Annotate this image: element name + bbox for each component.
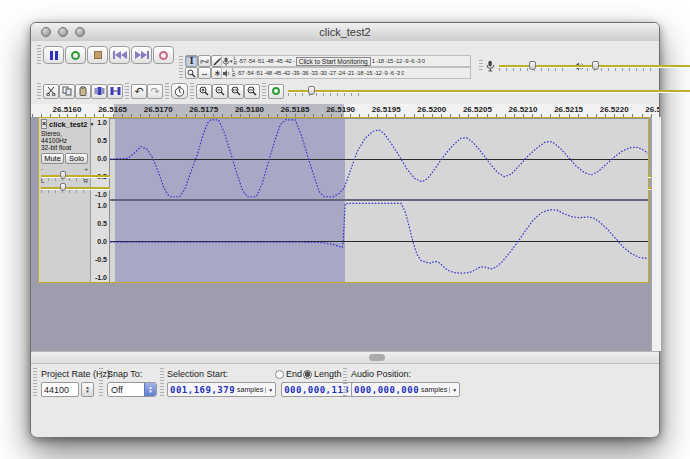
input-volume-slider[interactable] <box>499 61 569 71</box>
toolbar-grip[interactable] <box>37 83 41 99</box>
timeline-label: 26.5185 <box>275 105 315 114</box>
length-radio[interactable]: Length <box>303 369 342 379</box>
zoom-tool-button[interactable] <box>185 67 198 79</box>
output-volume-slider[interactable] <box>587 61 657 71</box>
skip-to-end-button[interactable] <box>131 46 152 64</box>
pan-thumb[interactable] <box>60 183 66 191</box>
project-rate-stepper[interactable]: ▲▼ <box>81 382 94 397</box>
chevron-down-icon[interactable]: ▼ <box>265 387 273 393</box>
toolbar-grip[interactable] <box>343 368 347 398</box>
track-info-line2: 32-bit float <box>41 144 88 151</box>
play-at-speed-button[interactable] <box>268 84 284 99</box>
vruler-value: 0.0 <box>97 155 107 162</box>
toolbar-grip[interactable] <box>99 368 103 398</box>
end-radio[interactable]: End <box>275 369 302 379</box>
horizontal-scrollbar-thumb[interactable] <box>369 354 385 361</box>
timeline-label: 26.5160 <box>47 105 87 114</box>
track-info-line1: Stereo, 44100Hz <box>41 130 88 144</box>
toolbar-grip[interactable] <box>479 60 483 72</box>
record-button[interactable] <box>153 46 174 64</box>
vertical-scrollbar[interactable] <box>651 117 661 351</box>
solo-button[interactable]: Solo <box>65 153 88 164</box>
vruler-value: -1.0 <box>95 274 107 281</box>
trim-audio-button[interactable] <box>91 84 107 99</box>
selection-start-field[interactable]: 001,169,379 samples ▼ <box>167 382 276 397</box>
record-meter[interactable]: ▾ LR -57 -54 -51 -48 -45 -42 - Click to … <box>221 55 471 67</box>
pan-slider[interactable]: LR <box>41 179 88 188</box>
play-meter[interactable]: LR -57 -54 -51 -48 -45 -42 -39 -36 -33 -… <box>221 67 471 79</box>
fit-selection-icon <box>231 86 241 96</box>
toolbar-grip[interactable] <box>160 368 164 398</box>
channel-right[interactable] <box>110 201 648 282</box>
project-rate-input[interactable]: 44100 <box>41 382 79 397</box>
output-volume-thumb[interactable] <box>592 61 599 70</box>
title-bar[interactable]: click_test2 <box>31 23 659 42</box>
chevron-down-icon[interactable]: ▼ <box>449 387 457 393</box>
selection-start-label: Selection Start: <box>167 369 228 379</box>
input-volume-thumb[interactable] <box>529 61 536 70</box>
fit-selection-button[interactable] <box>228 84 244 99</box>
record-icon <box>159 51 168 60</box>
zoom-in-button[interactable] <box>196 84 212 99</box>
playback-speed-slider[interactable] <box>288 86 360 96</box>
timeline-label: 26.5225 <box>640 105 659 114</box>
mute-button[interactable]: Mute <box>41 153 64 164</box>
toolbar-grip[interactable] <box>262 83 266 99</box>
ibeam-icon: I <box>189 57 193 66</box>
meter-dropdown-icon[interactable]: ▾ <box>230 59 233 64</box>
timeline-ruler[interactable]: 26.516026.516526.517026.517526.518026.51… <box>31 104 659 118</box>
gain-thumb[interactable] <box>60 171 66 179</box>
selection-tool-button[interactable]: I <box>185 55 198 67</box>
end-radio-button[interactable] <box>275 370 284 379</box>
audacity-window: click_test2 I ↔ ∗ <box>30 22 660 437</box>
copy-button[interactable] <box>59 84 75 99</box>
pause-button[interactable] <box>43 46 64 64</box>
toolbar-grip[interactable] <box>190 83 194 99</box>
monitor-hint[interactable]: Click to Start Monitoring <box>296 57 371 66</box>
play-at-speed-icon <box>272 87 280 95</box>
track-name: click_test2 <box>49 120 87 129</box>
zoom-out-button[interactable] <box>212 84 228 99</box>
paste-button[interactable] <box>75 84 91 99</box>
waveform-view[interactable] <box>110 118 648 282</box>
mixer-toolbar <box>477 59 657 73</box>
stop-button[interactable] <box>87 46 108 64</box>
audio-position-field[interactable]: 000,000,000 samples ▼ <box>351 382 460 397</box>
window-title: click_test2 <box>31 26 659 38</box>
timeline-label: 26.5205 <box>457 105 497 114</box>
undo-icon: ↶ <box>134 86 143 97</box>
gain-slider[interactable]: -+ <box>41 167 88 176</box>
channel-left[interactable] <box>110 118 648 199</box>
toolbar-grip[interactable] <box>33 368 37 398</box>
snap-to-value: Off <box>108 385 144 395</box>
timeline-label: 26.5220 <box>594 105 634 114</box>
toolbar-grip[interactable] <box>125 83 129 99</box>
toolbar-grip[interactable] <box>165 83 169 99</box>
speaker-icon <box>222 69 231 78</box>
skip-to-start-icon <box>113 51 127 59</box>
toolbar-grip[interactable] <box>37 45 41 65</box>
cut-button[interactable] <box>43 84 59 99</box>
snap-to-dropdown[interactable]: Off ▲▼ <box>107 382 157 397</box>
record-meter-scale-left: -57 -54 -51 -48 -45 -42 - <box>238 58 295 64</box>
timer-button[interactable] <box>171 83 188 99</box>
length-radio-button[interactable] <box>303 370 312 379</box>
undo-button[interactable]: ↶ <box>131 84 147 99</box>
vertical-ruler-ch2: 1.00.50.0-0.5-1.0 <box>91 201 109 282</box>
skip-to-start-button[interactable] <box>109 46 130 64</box>
play-button[interactable] <box>65 46 86 64</box>
envelope-tool-button[interactable] <box>198 55 211 67</box>
fit-project-button[interactable] <box>244 84 260 99</box>
vertical-ruler[interactable]: 1.00.50.0-0.5-1.0 1.00.50.0-0.5-1.0 <box>91 118 110 282</box>
silence-audio-button[interactable] <box>107 84 123 99</box>
timeshift-tool-button[interactable]: ↔ <box>198 67 211 79</box>
fit-project-icon <box>247 86 257 96</box>
toolbar-grip[interactable] <box>179 56 183 78</box>
redo-button[interactable]: ↷ <box>147 84 163 99</box>
vruler-value: -1.0 <box>95 191 107 198</box>
track-close-button[interactable]: × <box>41 119 47 129</box>
chevron-updown-icon: ▲▼ <box>144 383 156 396</box>
playback-speed-thumb[interactable] <box>308 86 315 95</box>
track-menu-icon[interactable]: ▼ <box>89 121 94 127</box>
copy-icon <box>62 86 72 96</box>
